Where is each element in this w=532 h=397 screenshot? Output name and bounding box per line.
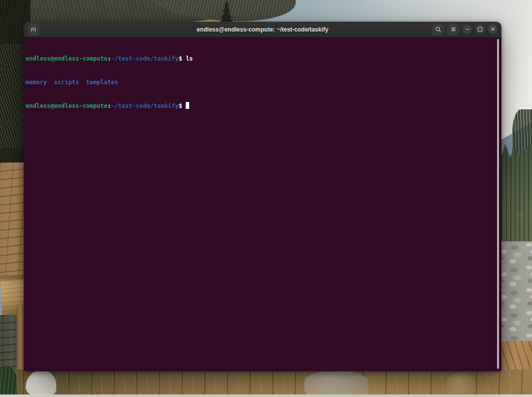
minimize-button[interactable] bbox=[463, 25, 472, 34]
hamburger-menu-icon bbox=[450, 26, 457, 33]
window-title: endless@endless-compute: ~/test-code/tas… bbox=[24, 26, 501, 33]
titlebar[interactable]: endless@endless-compute: ~/test-code/tas… bbox=[24, 22, 501, 37]
terminal-window: endless@endless-compute: ~/test-code/tas… bbox=[24, 22, 501, 371]
wallpaper-stone bbox=[304, 370, 368, 397]
terminal-line-prompt: endless@endless-compute:~/test-code/task… bbox=[26, 102, 495, 110]
terminal-line-output: memoryscriptstemplates bbox=[26, 78, 495, 86]
prompt-path: ~/test-code/taskify bbox=[111, 102, 178, 109]
menu-button[interactable] bbox=[447, 24, 459, 35]
desktop: endless@endless-compute: ~/test-code/tas… bbox=[0, 0, 532, 397]
terminal-line-command: endless@endless-compute:~/test-code/task… bbox=[26, 55, 495, 63]
wallpaper-stone-small bbox=[446, 372, 475, 397]
prompt-user: endless@endless-compute bbox=[26, 102, 107, 109]
wallpaper-roof-shingles bbox=[0, 163, 26, 286]
minimize-icon bbox=[466, 29, 469, 30]
search-icon bbox=[435, 26, 441, 33]
terminal-scrollbar[interactable] bbox=[497, 39, 499, 369]
wallpaper-twig-highlights bbox=[0, 44, 25, 148]
close-icon: ✕ bbox=[491, 27, 495, 32]
bottom-panel-edge bbox=[0, 395, 532, 397]
terminal-body[interactable]: endless@endless-compute:~/test-code/task… bbox=[24, 37, 501, 371]
wallpaper-pine-tree bbox=[217, 0, 236, 23]
wallpaper-white-figure bbox=[26, 370, 56, 397]
prompt-path: ~/test-code/taskify bbox=[111, 55, 178, 62]
new-tab-button[interactable] bbox=[28, 24, 39, 35]
directory-entry: memory bbox=[26, 79, 47, 86]
maximize-icon bbox=[478, 27, 482, 32]
search-button[interactable] bbox=[432, 24, 444, 35]
prompt-symbol: $ bbox=[179, 55, 182, 62]
new-tab-icon bbox=[30, 26, 37, 33]
directory-entry: templates bbox=[86, 79, 118, 86]
prompt-symbol: $ bbox=[179, 102, 182, 109]
directory-entry: scripts bbox=[54, 79, 79, 86]
close-button[interactable]: ✕ bbox=[488, 25, 498, 34]
typed-command: ls bbox=[186, 55, 193, 62]
prompt-user: endless@endless-compute bbox=[26, 55, 107, 62]
maximize-button[interactable] bbox=[475, 25, 485, 34]
terminal-cursor bbox=[186, 102, 189, 109]
